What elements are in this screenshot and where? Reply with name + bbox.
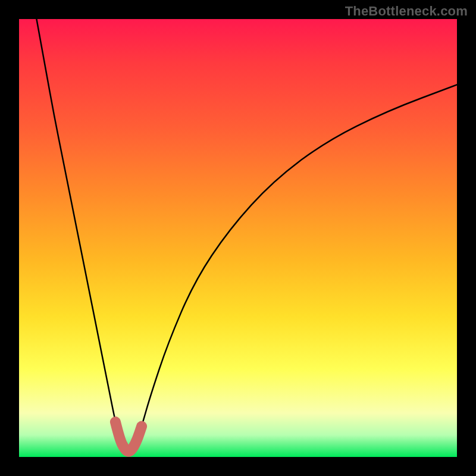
bottleneck-curve: [36, 19, 457, 452]
watermark-text: TheBottleneck.com: [345, 4, 468, 19]
chart-frame: TheBottleneck.com: [0, 0, 476, 476]
marker-group: [115, 422, 142, 452]
curve-group: [36, 19, 457, 452]
chart-plot-area: [19, 19, 457, 457]
curve-highlight-marker: [115, 422, 142, 452]
chart-svg: [19, 19, 457, 457]
